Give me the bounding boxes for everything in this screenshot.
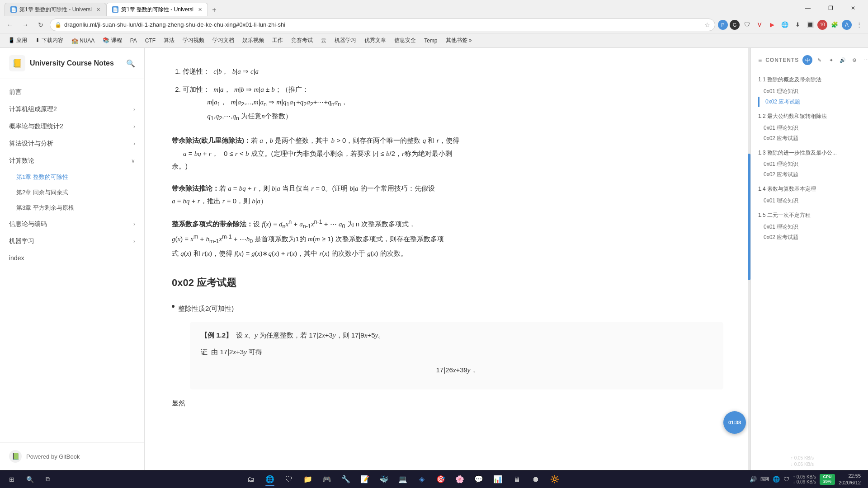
new-tab-button[interactable]: + (208, 4, 221, 16)
sidebar-item-probability[interactable]: 概率论与数理统计2 › (0, 118, 144, 135)
extension-6[interactable]: 🌐 (779, 19, 790, 30)
tab-2[interactable]: 📄 第1章 整数的可除性 - Universit... ✕ (106, 3, 208, 16)
toc-link-1-3-0x02[interactable]: 0x02 应考试题 (758, 169, 861, 180)
bookmark-algo[interactable]: 算法 (160, 35, 178, 46)
taskbar-app-dev[interactable]: 🔧 (337, 472, 355, 487)
extension-10[interactable]: 🧩 (829, 19, 840, 30)
toc-icon-3[interactable]: ✦ (826, 55, 836, 65)
bookmark-entertainment[interactable]: 娱乐视频 (239, 35, 268, 46)
taskbar-app-app1[interactable]: 🎯 (432, 472, 450, 487)
toc-header: ≡ CONTENTS 中 ✎ ✦ 🔊 ⚙ ⋯ (758, 55, 861, 69)
taskbar-app-data[interactable]: 📊 (489, 472, 507, 487)
maximize-button[interactable]: ❐ (820, 1, 841, 15)
toc-link-1-3-0x01[interactable]: 0x01 理论知识 (758, 159, 861, 169)
sidebar-item-computer[interactable]: 计算机组成原理2 › (0, 101, 144, 118)
toc-link-1-2-0x01[interactable]: 0x01 理论知识 (758, 123, 861, 133)
back-button[interactable]: ← (4, 19, 16, 31)
toc-link-1-5-0x02[interactable]: 0x02 应考试题 (758, 232, 861, 243)
profile-icon[interactable]: A (842, 20, 852, 30)
bookmark-download[interactable]: ⬇ 下载内容 (32, 35, 66, 46)
scrollbar-thumb[interactable] (748, 154, 750, 280)
sidebar-item-number-theory[interactable]: 计算数论 ∨ (0, 152, 144, 169)
toc-link-1-1-0x02[interactable]: 0x02 应考试题 (758, 97, 861, 107)
taskbar-app-editor[interactable]: 📝 (356, 472, 374, 487)
taskbar-app-vscode[interactable]: ◈ (413, 472, 431, 487)
address-bar[interactable]: 🔒 dragonliu.ml/ji-suan-shu-lun/di-1-zhan… (50, 19, 715, 31)
bookmark-apps[interactable]: 📱 应用 (5, 35, 31, 46)
taskbar-app-chrome[interactable]: 🌐 (261, 472, 279, 487)
forward-button[interactable]: → (19, 19, 32, 31)
extension-3[interactable]: 🛡 (741, 19, 752, 30)
bookmark-cloud[interactable]: 云 (317, 35, 330, 46)
bookmark-ctf[interactable]: CTF (142, 36, 159, 46)
toc-link-1-2-0x02[interactable]: 0x02 应考试题 (758, 133, 861, 144)
bookmark-nuaa[interactable]: 🏫 NUAA (68, 36, 99, 46)
sidebar-item-preface[interactable]: 前言 (0, 84, 144, 101)
sidebar-item-chapter3[interactable]: 第3章 平方剩余与原根 (0, 200, 144, 216)
taskbar-app-terminal[interactable]: 💻 (394, 472, 412, 487)
toc-icon-6[interactable]: ⋯ (861, 55, 868, 65)
system-icon-keyboard[interactable]: ⌨ (760, 476, 769, 483)
bookmark-temp[interactable]: Temp (420, 36, 441, 46)
extension-8[interactable]: 🔳 (805, 19, 816, 30)
taskbar-app-game[interactable]: 🎮 (318, 472, 336, 487)
bookmark-more[interactable]: 其他书签 » (442, 35, 476, 46)
sidebar-item-index[interactable]: index (0, 250, 144, 266)
taskbar-app-defender[interactable]: 🛡 (280, 472, 298, 487)
minimize-button[interactable]: — (797, 1, 818, 15)
bookmark-articles[interactable]: 优秀文章 (361, 35, 390, 46)
taskbar-app-record[interactable]: ⏺ (527, 472, 545, 487)
system-icon-network[interactable]: 🌐 (773, 476, 780, 483)
extension-7[interactable]: ⬇ (792, 19, 803, 30)
toc-link-1-5-0x01[interactable]: 0x01 理论知识 (758, 222, 861, 232)
sidebar-item-machine-learning[interactable]: 机器学习 › (0, 233, 144, 250)
taskbar-app-screen[interactable]: 🖥 (508, 472, 526, 487)
bookmark-contest[interactable]: 竞赛考试 (288, 35, 316, 46)
extension-4[interactable]: V (754, 19, 765, 30)
taskbar-app-app2[interactable]: 🌸 (451, 472, 469, 487)
system-icon-security[interactable]: 🛡 (783, 476, 789, 483)
toc-icon-1[interactable]: 中 (802, 55, 812, 65)
taskbar-app-chat[interactable]: 💬 (470, 472, 488, 487)
tab-1-close[interactable]: ✕ (96, 7, 100, 13)
search-button[interactable]: 🔍 (22, 472, 38, 487)
taskbar-app-docker[interactable]: 🐳 (375, 472, 393, 487)
sidebar-item-chapter2[interactable]: 第2章 同余与同余式 (0, 185, 144, 200)
taskbar-clock[interactable]: 22:55 2020/6/12 (839, 473, 861, 486)
bookmark-ml[interactable]: 机器学习 (331, 35, 360, 46)
bookmark-study-doc[interactable]: 学习文档 (209, 35, 238, 46)
toc-icon-5[interactable]: ⚙ (849, 55, 859, 65)
taskview-button[interactable]: ⧉ (40, 472, 56, 487)
sidebar-item-algorithm[interactable]: 算法设计与分析 › (0, 135, 144, 152)
tab-1[interactable]: 📄 第1章 整数的可除性 - Universit... ✕ (5, 3, 106, 16)
scrollbar-track[interactable] (748, 48, 750, 470)
bookmark-work[interactable]: 工作 (269, 35, 287, 46)
toc-link-1-1-0x01[interactable]: 0x01 理论知识 (758, 86, 861, 97)
tab-2-close[interactable]: ✕ (198, 7, 202, 13)
refresh-button[interactable]: ↻ (34, 19, 47, 31)
browser-toolbar: ← → ↻ 🔒 dragonliu.ml/ji-suan-shu-lun/di-… (0, 16, 868, 33)
toc-link-1-4-0x01[interactable]: 0x01 理论知识 (758, 196, 861, 206)
toc-icon-2[interactable]: ✎ (814, 55, 824, 65)
toc-icon-4[interactable]: 🔊 (838, 55, 848, 65)
bookmark-course[interactable]: 📚 课程 (99, 35, 125, 46)
bookmark-security[interactable]: 信息安全 (391, 35, 420, 46)
close-button[interactable]: ✕ (843, 1, 863, 15)
taskbar-app-misc[interactable]: 🔆 (546, 472, 564, 487)
bookmark-pa[interactable]: PA (127, 36, 141, 46)
sidebar-item-chapter1[interactable]: 第1章 整数的可除性 (0, 169, 144, 185)
extension-5[interactable]: ▶ (767, 19, 778, 30)
system-icon-sound[interactable]: 🔊 (750, 476, 757, 483)
extension-2[interactable]: G (730, 20, 740, 30)
bookmark-study-video[interactable]: 学习视频 (179, 35, 208, 46)
sidebar-search-icon[interactable]: 🔍 (126, 59, 135, 68)
menu-icon[interactable]: ⋮ (854, 19, 864, 30)
star-icon[interactable]: ☆ (704, 21, 710, 28)
start-button[interactable]: ⊞ (4, 472, 20, 487)
extension-1[interactable]: P (718, 20, 728, 30)
cpu-badge[interactable]: CPU 26% (820, 474, 835, 485)
sidebar-item-info-theory[interactable]: 信息论与编码 › (0, 216, 144, 233)
taskbar-app-explorer[interactable]: 🗂 (242, 472, 260, 487)
taskbar-app-files[interactable]: 📁 (299, 472, 317, 487)
extension-9[interactable]: 10 (817, 20, 827, 30)
